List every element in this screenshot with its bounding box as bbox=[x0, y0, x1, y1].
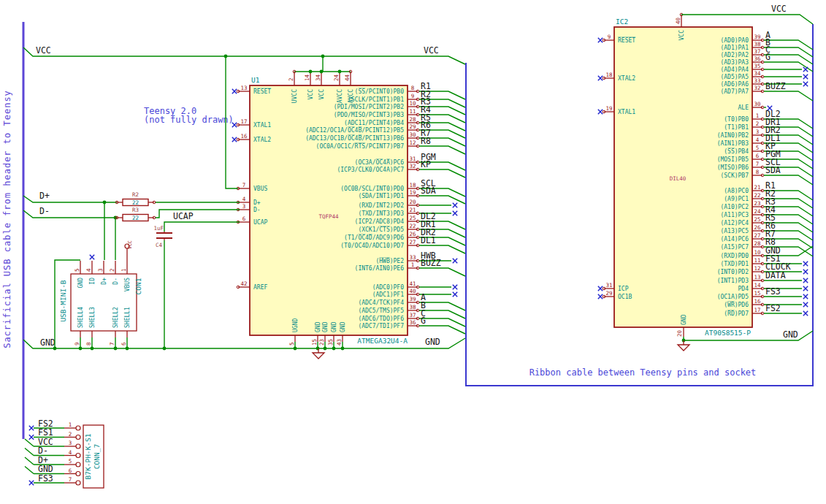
pin-name: (S̅S̅)PB4 bbox=[724, 148, 749, 155]
pin-name: (ADC1)PF1 bbox=[372, 291, 405, 298]
pin-name: (PDI/MOSI/PCINT2)PB2 bbox=[334, 104, 405, 110]
pin-name: ID bbox=[89, 278, 96, 285]
pin-name: (R̅D̅)PD7 bbox=[724, 310, 749, 317]
pin-number: 11 bbox=[409, 108, 416, 115]
wire bbox=[23, 196, 117, 202]
connector-pad bbox=[76, 481, 80, 485]
pin-name: (OC0A/OC1C/R̅T̅S̅/PCINT7)PB7 bbox=[316, 142, 405, 150]
pin-number: 33 bbox=[754, 77, 760, 84]
pin-name: (OC0B/SCL/INT0)PD0 bbox=[340, 186, 404, 192]
ic2-footprint: DIL40 bbox=[670, 175, 687, 182]
wire bbox=[419, 196, 465, 204]
no-connect-icon bbox=[453, 211, 457, 215]
pin-name: (AD4)PA4 bbox=[720, 66, 749, 73]
no-connect-icon bbox=[803, 67, 808, 72]
pin-number: 26 bbox=[409, 231, 416, 237]
pin-name: VCC bbox=[318, 89, 325, 100]
pin-name: (A14)PC6 bbox=[720, 236, 749, 243]
pin-name: D+ bbox=[253, 199, 261, 206]
net-label-VCC: VCC bbox=[424, 45, 439, 56]
pin-number: 14 bbox=[304, 74, 310, 81]
pin-number: 7 bbox=[242, 182, 246, 188]
note-ribbon-cable: Ribbon cable between Teensy pins and soc… bbox=[529, 367, 757, 378]
pin-name: (INT6/AIN0)PE6 bbox=[355, 265, 405, 272]
vcc-power-flag-label: VCC bbox=[127, 240, 133, 249]
net-label-GND: GND bbox=[40, 337, 56, 348]
pin-number: 6 bbox=[69, 467, 72, 474]
wire bbox=[764, 55, 813, 64]
net-label-BUZZ: BUZZ bbox=[765, 81, 786, 91]
pin-number: 44 bbox=[344, 74, 351, 81]
pin-name: (ADC4/TCK)PF4 bbox=[358, 299, 404, 306]
pin-name: XTAL1 bbox=[618, 109, 635, 115]
note-left-vertical: Sacrificial USB cable from header to Tee… bbox=[2, 90, 12, 348]
pin-name: (SDA/INT1)PD1 bbox=[358, 193, 404, 199]
pin-name: XTAL1 bbox=[253, 122, 271, 129]
pin-name: SHELL4 bbox=[77, 307, 84, 328]
pin-number: 8 bbox=[756, 169, 760, 175]
no-connect-icon bbox=[803, 311, 808, 316]
con1-reference: CON1 bbox=[134, 278, 142, 294]
wire bbox=[764, 91, 813, 101]
wire bbox=[25, 467, 34, 474]
pin-name: UVCC bbox=[291, 89, 298, 103]
pin-name: (AD1)PA1 bbox=[720, 45, 749, 51]
pin-number: 7 bbox=[756, 161, 760, 167]
pin-name: R̅E̅S̅E̅T̅ bbox=[618, 37, 635, 44]
pin-number: 22 bbox=[409, 223, 416, 229]
pin-number: 40 bbox=[409, 288, 416, 294]
pin-name: (A13)PC5 bbox=[720, 228, 749, 234]
pin-number: 34 bbox=[754, 70, 761, 77]
no-connect-icon bbox=[232, 123, 237, 127]
pin-number: 15 bbox=[311, 339, 318, 345]
pin-name: AVCC bbox=[348, 89, 354, 103]
pin-number: 37 bbox=[754, 48, 760, 55]
pin-number: 32 bbox=[409, 163, 416, 169]
no-connect-icon bbox=[803, 278, 808, 283]
pin-name: (ICP2/ADC8)PD4 bbox=[355, 218, 405, 225]
connector-pad bbox=[76, 462, 80, 467]
pin-name: (AD2)PA2 bbox=[720, 52, 749, 58]
pin-number: 39 bbox=[409, 296, 416, 302]
pin-number: 41 bbox=[409, 280, 416, 287]
pin-name: (T0)PB0 bbox=[724, 116, 749, 123]
pin-number: 18 bbox=[605, 72, 613, 78]
u1-part-name: ATMEGA32U4-A bbox=[357, 337, 408, 345]
pin-name: (A9)PC1 bbox=[724, 196, 749, 202]
pin-number: 36 bbox=[409, 319, 416, 326]
pin-name: (A12)PC4 bbox=[720, 220, 749, 226]
net-label-SDA: SDA bbox=[765, 165, 781, 175]
pin-number: 17 bbox=[240, 118, 247, 125]
pin-name: VCC bbox=[307, 89, 314, 100]
pin-number: 21 bbox=[409, 207, 416, 213]
pin-name: (RXD/INT2)PD2 bbox=[358, 202, 404, 209]
note-teensy-line2: (not fully drawn) bbox=[144, 115, 234, 125]
vcc-rail bbox=[23, 47, 465, 64]
pin-number: 3 bbox=[97, 268, 104, 272]
pin-name: (A11)PC3 bbox=[720, 212, 749, 218]
pin-number: 18 bbox=[409, 182, 416, 188]
net-label-UCAP: UCAP bbox=[173, 211, 194, 221]
pin-name: GND bbox=[331, 321, 337, 332]
pin-number: 28 bbox=[754, 240, 761, 247]
no-connect-icon bbox=[803, 302, 808, 307]
pin-name: (ADC12/OC1A/O̅C̅4̅B̅/PCINT12)PB5 bbox=[305, 126, 404, 134]
net-label-DATA: DATA bbox=[765, 270, 786, 280]
pin-number: 10 bbox=[754, 249, 761, 256]
ic2-reference: IC2 bbox=[616, 18, 628, 26]
wire bbox=[681, 15, 813, 24]
pin-name: (TXD/INT3)PD3 bbox=[358, 210, 404, 217]
wire bbox=[764, 40, 813, 50]
pin-number: 20 bbox=[676, 329, 683, 337]
pin-name: (OC1A)PD5 bbox=[717, 294, 749, 300]
pin-number: 39 bbox=[754, 34, 760, 40]
pin-number: 8 bbox=[85, 342, 92, 345]
no-connect-icon bbox=[90, 255, 94, 259]
pin-number: 3 bbox=[242, 203, 246, 210]
pin-number: 13 bbox=[754, 274, 760, 280]
wire bbox=[25, 448, 34, 456]
pin-number: 6 bbox=[242, 215, 246, 222]
net-label-KP: KP bbox=[421, 159, 431, 169]
wire bbox=[155, 210, 240, 218]
pin-number: 23 bbox=[318, 339, 325, 345]
